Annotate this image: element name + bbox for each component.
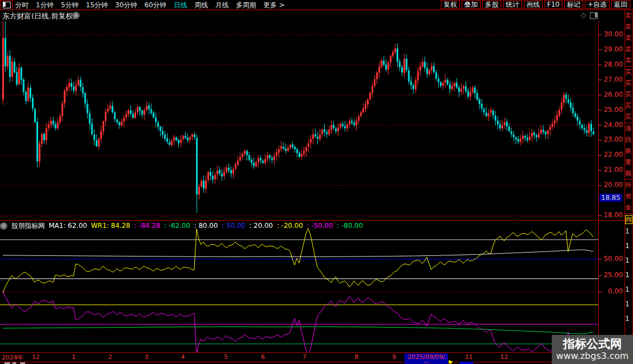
period-item-60分钟[interactable]: 60分钟: [145, 1, 166, 10]
indicator-tick-label: 50.00: [599, 255, 623, 263]
indicator-collapse-icon[interactable]: ∨: [0, 222, 7, 230]
toolbar-button-多股[interactable]: 多股: [482, 0, 501, 9]
toolbar-button-+自选[interactable]: +自选: [585, 0, 609, 9]
side-panel-segment-0[interactable]: 卖卖卖卖卖: [625, 10, 632, 67]
side-panel-segment-2[interactable]: 涨跌换量额: [625, 123, 632, 180]
period-item-1分钟[interactable]: 1分钟: [36, 1, 54, 10]
month-label-8: 8: [355, 353, 359, 361]
tick-time-fragment: 1: [625, 239, 632, 253]
side-panel-segment-3[interactable]: 持资金: [625, 180, 632, 214]
indicator-value: WR1: 84.28: [91, 222, 130, 230]
indicator-value: MA1: 62.00: [49, 222, 87, 230]
indicator-value: : 80.00: [194, 222, 218, 230]
period-toolbar: 分时1分钟5分钟15分钟30分钟60分钟日线周线月线多周期更多 > 复权叠加多股…: [0, 0, 633, 10]
trading-app-window: { "toolbar": { "left_items": ["分时","1分钟"…: [0, 0, 633, 364]
side-panel-tab-highlight[interactable]: 自: [625, 215, 632, 224]
stock-title: 东方财富(日线.前复权): [2, 11, 76, 21]
period-item-30分钟[interactable]: 30分钟: [115, 1, 137, 10]
period-item-15分钟[interactable]: 15分钟: [86, 1, 108, 10]
indicator-values: MA1: 62.00WR1: 84.28: -84.28: -62.00: 80…: [49, 222, 363, 230]
diamond-icon[interactable]: ◇: [581, 11, 586, 19]
indicator-tick-label: 25.00: [599, 271, 623, 279]
side-panel-char: 额: [625, 168, 632, 179]
tick-time-column: 1111111: [625, 224, 632, 326]
series--MA1: [3, 327, 593, 334]
title-bar: 东方财富(日线.前复权) ∨ ◇: [0, 10, 633, 20]
toolbar-button-返回[interactable]: 返回: [611, 0, 630, 9]
period-item-更多 >[interactable]: 更多 >: [263, 1, 285, 10]
watermark-title: 指标公式网: [563, 337, 622, 351]
month-label-12: 12: [500, 353, 508, 361]
price-tick-label: 27.00: [599, 76, 623, 83]
month-label-11: 11: [465, 353, 473, 361]
indicator-tick-label: 0.00: [599, 287, 623, 295]
month-label-2024年: 2024年: [2, 353, 24, 362]
toolbar-button-复权[interactable]: 复权: [441, 0, 460, 9]
month-label-5: 5: [224, 353, 228, 361]
toolbar-button-统计[interactable]: 统计: [503, 0, 522, 9]
panel-borders: [0, 10, 633, 364]
month-label-3: 3: [145, 353, 148, 361]
side-panel-char: 买: [625, 100, 632, 111]
selected-date-label: 2025/09/09/二: [404, 353, 448, 364]
side-panel-char: 买: [625, 67, 632, 78]
side-panel-char: 金: [625, 202, 632, 213]
side-panel-char: 卖: [625, 21, 632, 32]
side-panel-char: 持: [625, 180, 632, 191]
indicator-reference-lines: [0, 240, 598, 344]
price-tick-label: 26.00: [599, 91, 623, 99]
price-tick-label: 21.00: [599, 166, 623, 174]
period-item-多周期[interactable]: 多周期: [236, 1, 256, 10]
site-watermark: 指标公式网 www.zbgs3.com: [552, 335, 633, 364]
tick-time-fragment: 1: [625, 311, 632, 326]
tick-time-fragment: 1: [625, 297, 632, 311]
price-tick-label: 24.00: [599, 121, 623, 129]
layout-toggle-button[interactable]: [0, 0, 13, 10]
side-panel-char: 卖: [625, 44, 632, 55]
month-label-7: 7: [302, 353, 306, 361]
side-panel-char: 买: [625, 89, 632, 100]
tick-time-fragment: 1: [625, 253, 632, 268]
candlestick-series: [2, 15, 594, 213]
tool-buttons: 复权叠加多股统计画线F10标记+自选返回: [441, 0, 630, 9]
tick-time-fragment: 1: [625, 268, 632, 282]
price-tick-label: 30.00: [599, 30, 623, 38]
side-panel-char: 量: [625, 157, 632, 168]
month-label-9: 9: [392, 353, 396, 361]
side-panel-char: 跌: [625, 134, 632, 146]
period-item-分时[interactable]: 分时: [15, 1, 29, 10]
toolbar-button-叠加[interactable]: 叠加: [462, 0, 481, 9]
side-panel-char: 换: [625, 146, 632, 157]
chart-canvas[interactable]: [0, 0, 633, 364]
watermark-url: www.zbgs3.com: [556, 351, 629, 362]
series--WR1: [3, 291, 593, 355]
window-split-icon[interactable]: [590, 12, 598, 19]
collapse-chevron-icon[interactable]: ∨: [72, 12, 80, 19]
indicator-value: : -80.00: [337, 222, 363, 230]
toolbar-button-标记[interactable]: 标记: [564, 0, 583, 9]
toolbar-button-F10[interactable]: F10: [544, 0, 562, 9]
period-item-月线[interactable]: 月线: [215, 1, 229, 10]
period-item-周线[interactable]: 周线: [194, 1, 208, 10]
toolbar-button-画线[interactable]: 画线: [524, 0, 543, 9]
tick-time-fragment: 1: [625, 282, 632, 297]
side-panel-char: 卖: [625, 55, 632, 66]
indicator-source-label: 股朋指标网: [11, 221, 45, 231]
price-tick-label: 23.00: [599, 136, 623, 143]
side-panel-char: 买: [625, 78, 632, 89]
price-tick-label: 22.00: [599, 151, 623, 158]
period-item-5分钟[interactable]: 5分钟: [61, 1, 79, 10]
time-axis: 2024年1212345678911122025/09/09/二: [0, 353, 633, 362]
tick-time-fragment: 1: [625, 224, 632, 239]
indicator-value: : 50.00: [222, 222, 245, 230]
period-menu: 分时1分钟5分钟15分钟30分钟60分钟日线周线月线多周期更多 >: [15, 1, 285, 10]
side-panel-char: 资: [625, 191, 632, 202]
side-panel-char: 卖: [625, 32, 632, 44]
right-side-panel-clipped[interactable]: 卖卖卖卖卖买买买买买涨跌换量额持资金自1111111: [625, 10, 632, 364]
indicator-value: : -62.00: [164, 222, 190, 230]
period-item-日线[interactable]: 日线: [174, 1, 187, 10]
price-tick-label: 18.00: [599, 211, 623, 219]
last-price-marker: 18.85: [599, 194, 622, 202]
split-layout-icon: [3, 2, 11, 8]
side-panel-segment-1[interactable]: 买买买买买: [625, 67, 632, 123]
